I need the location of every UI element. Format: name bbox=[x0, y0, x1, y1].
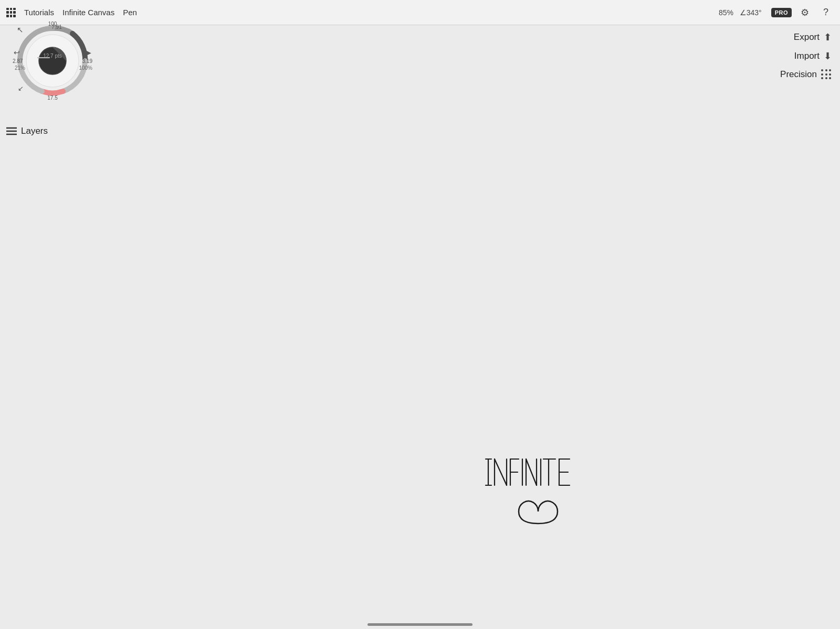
canvas-handwriting bbox=[483, 396, 682, 535]
pen-link[interactable]: Pen bbox=[123, 8, 137, 17]
svg-line-11 bbox=[526, 459, 537, 485]
tutorials-link[interactable]: Tutorials bbox=[24, 8, 54, 17]
layers-button[interactable]: Layers bbox=[6, 126, 48, 136]
selection-tool-icon[interactable]: ↖ bbox=[17, 25, 24, 35]
export-icon: ⬆ bbox=[824, 31, 832, 43]
pro-badge: PRO bbox=[771, 8, 792, 17]
svg-line-4 bbox=[495, 459, 507, 485]
wheel-size-top: 7.91 bbox=[51, 24, 61, 30]
import-button[interactable]: Import ⬇ bbox=[794, 50, 832, 62]
canvas-area[interactable] bbox=[0, 25, 840, 629]
precision-label: Precision bbox=[780, 69, 817, 80]
undo-icon[interactable]: ↩ bbox=[14, 48, 20, 57]
settings-icon[interactable]: ⚙ bbox=[797, 5, 813, 20]
zoom-level: 85% ∠343° bbox=[719, 8, 762, 17]
wheel-pts-label: 12.7 pts bbox=[43, 53, 62, 59]
right-panel: Export ⬆ Import ⬇ Precision bbox=[735, 25, 840, 86]
top-bar-left: Tutorials Infinite Canvas Pen bbox=[6, 8, 137, 17]
help-icon[interactable]: ? bbox=[818, 5, 834, 20]
wheel-size-bottom: 17.5 bbox=[47, 95, 57, 101]
top-bar-right: 85% ∠343° PRO ⚙ ? bbox=[719, 5, 834, 20]
pan-tool-icon[interactable]: ↙ bbox=[18, 84, 24, 92]
export-button[interactable]: Export ⬆ bbox=[794, 31, 832, 43]
export-label: Export bbox=[794, 32, 820, 42]
pen-tool-wheel[interactable]: 100 7.91 17.5 3.19 2.87 12.7 pts 21% 100… bbox=[10, 19, 94, 103]
wheel-opacity-left: 21% bbox=[15, 65, 25, 71]
layers-label: Layers bbox=[21, 126, 48, 136]
wheel-size-right: 3.19 bbox=[82, 58, 92, 64]
home-indicator bbox=[368, 623, 472, 626]
redo-icon[interactable]: ▶ bbox=[86, 48, 91, 57]
wheel-opacity-right: 100% bbox=[79, 65, 92, 71]
import-icon: ⬇ bbox=[824, 50, 832, 62]
wheel-size-left: 2.87 bbox=[13, 58, 23, 64]
layers-icon bbox=[6, 126, 17, 136]
apps-icon[interactable] bbox=[6, 8, 16, 17]
infinite-canvas-link[interactable]: Infinite Canvas bbox=[62, 8, 114, 17]
precision-button[interactable]: Precision bbox=[780, 69, 832, 80]
precision-icon bbox=[821, 69, 832, 80]
top-navigation-bar: Tutorials Infinite Canvas Pen 85% ∠343° … bbox=[0, 0, 840, 25]
import-label: Import bbox=[794, 51, 820, 61]
